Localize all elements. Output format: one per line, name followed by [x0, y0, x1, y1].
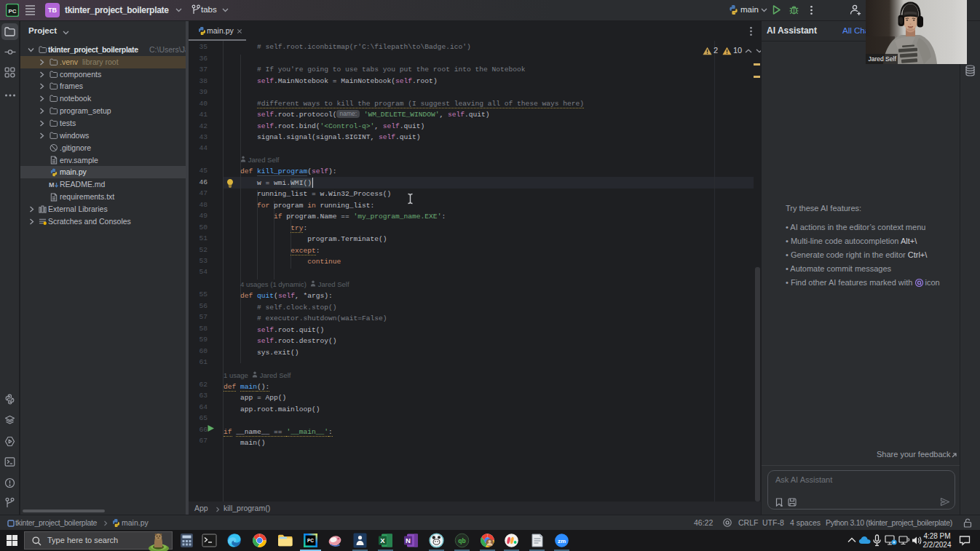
svg-text:Jared Self: Jared Self — [869, 55, 897, 63]
svg-text:zm: zm — [558, 538, 566, 544]
svg-text:qb: qb — [458, 537, 465, 544]
svg-text:N: N — [406, 536, 411, 544]
svg-text:PC: PC — [8, 8, 16, 15]
svg-text:X: X — [380, 536, 385, 544]
svg-text:PC: PC — [307, 538, 314, 543]
